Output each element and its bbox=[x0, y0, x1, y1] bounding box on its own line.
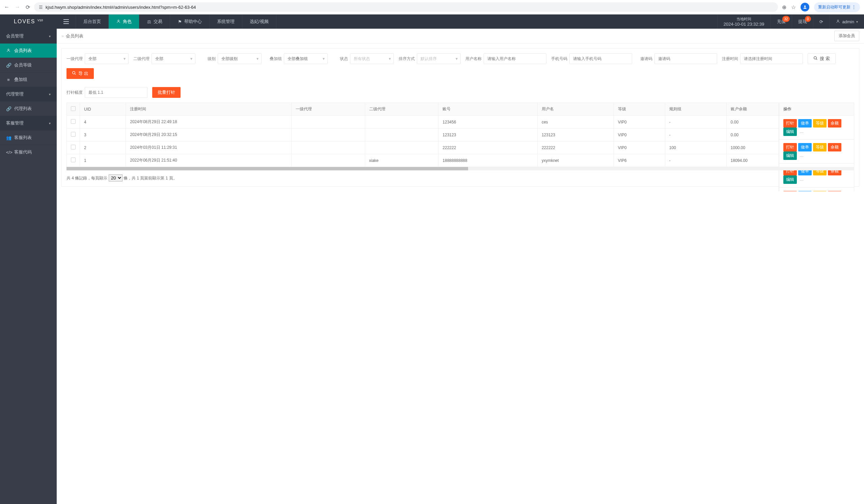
link-icon: 🔗 bbox=[6, 106, 11, 111]
row-btn-level[interactable]: 等级 bbox=[813, 119, 827, 127]
row-btn-order[interactable]: 做单 bbox=[798, 119, 812, 127]
filter-sort-select[interactable]: 默认排序 bbox=[417, 53, 461, 64]
row-checkbox[interactable] bbox=[71, 119, 75, 124]
filter-group-select[interactable]: 全部叠加组 bbox=[284, 53, 328, 64]
scrollbar-thumb[interactable] bbox=[67, 167, 468, 170]
row-btn-inject[interactable]: 打针 bbox=[783, 119, 797, 127]
profile-avatar[interactable] bbox=[801, 3, 809, 11]
cell-agent2: xiake bbox=[365, 154, 439, 167]
row-more-icon[interactable]: … bbox=[798, 129, 805, 134]
refresh-button[interactable]: ⟳ bbox=[813, 14, 829, 29]
app-header: LOVES V10 后台首页 角色 ⚖ 交易 ⚑ 帮助中心 系统管理 选妃/视频… bbox=[0, 14, 864, 29]
browser-chrome: ← → ⟳ ☰ kjsd.hwym.shop/admin/index.html#… bbox=[0, 0, 864, 14]
row-btn-level[interactable]: 等级 bbox=[813, 143, 827, 151]
browser-update-button[interactable]: 重新启动即可更新 ⋮ bbox=[814, 2, 860, 12]
nav-trade[interactable]: ⚖ 交易 bbox=[140, 14, 170, 29]
link-icon: 🔗 bbox=[6, 63, 11, 68]
chevron-down-icon: ▾ bbox=[49, 121, 51, 125]
cell-level: VIP6 bbox=[614, 154, 665, 167]
sidebar-group-member[interactable]: 会员管理▾ bbox=[0, 29, 57, 43]
row-checkbox[interactable] bbox=[71, 145, 75, 149]
svg-point-4 bbox=[814, 57, 817, 59]
row-btn-order[interactable]: 做单 bbox=[798, 191, 812, 191]
row-btn-balance[interactable]: 余额 bbox=[828, 143, 841, 151]
row-btn-edit[interactable]: 编辑 bbox=[783, 175, 797, 184]
sidebar-toggle[interactable] bbox=[57, 14, 76, 29]
sidebar-group-service[interactable]: 客服管理▾ bbox=[0, 116, 57, 130]
export-button[interactable]: 导 出 bbox=[67, 68, 94, 79]
search-button[interactable]: 搜 索 bbox=[808, 53, 836, 64]
cell-uid: 3 bbox=[80, 128, 126, 142]
cell-rulegroup: 100 bbox=[665, 142, 726, 154]
cell-username: ces bbox=[537, 116, 614, 128]
cell-agent2 bbox=[365, 142, 439, 154]
filter-agent2-select[interactable]: 全部 bbox=[152, 53, 195, 64]
cell-username: 222222 bbox=[537, 142, 614, 154]
cell-agent1 bbox=[291, 116, 365, 128]
star-icon[interactable]: ☆ bbox=[791, 4, 796, 11]
row-checkbox[interactable] bbox=[71, 132, 75, 137]
filter-range-input[interactable] bbox=[85, 87, 147, 98]
row-btn-order[interactable]: 做单 bbox=[798, 143, 812, 151]
page-size-select[interactable]: 20 bbox=[109, 174, 122, 182]
withdraw-badge: 0 bbox=[805, 16, 811, 22]
recharge-button[interactable]: 32 充值 bbox=[770, 14, 792, 29]
sidebar-item-agent-list[interactable]: 🔗 代理列表 bbox=[0, 101, 57, 116]
filter-invite-input[interactable] bbox=[655, 53, 717, 64]
batch-button[interactable]: 批量打针 bbox=[152, 87, 181, 98]
horizontal-scrollbar[interactable] bbox=[67, 167, 854, 170]
members-table: UID 注册时间 一级代理 二级代理 账号 用户名 等级 规则组 账户余额 佣金 bbox=[67, 102, 854, 167]
filter-level-select[interactable]: 全部级别 bbox=[218, 53, 262, 64]
user-menu[interactable]: admin ▾ bbox=[829, 14, 864, 29]
row-btn-edit[interactable]: 编辑 bbox=[783, 151, 797, 160]
forward-icon[interactable]: → bbox=[15, 4, 20, 10]
list-icon: ≡ bbox=[6, 77, 11, 82]
sidebar-item-member-list[interactable]: 会员列表 bbox=[0, 43, 57, 58]
cell-agent1 bbox=[291, 154, 365, 167]
row-more-icon[interactable]: … bbox=[798, 153, 805, 158]
nav-system[interactable]: 系统管理 bbox=[209, 14, 242, 29]
select-all-checkbox[interactable] bbox=[71, 106, 75, 111]
row-btn-edit[interactable]: 编辑 bbox=[783, 127, 797, 136]
cell-regtime: 2024年08月29日 20:32:15 bbox=[126, 128, 291, 142]
row-btn-inject[interactable]: 打针 bbox=[783, 143, 797, 151]
reload-icon[interactable]: ⟳ bbox=[26, 4, 30, 11]
key-icon[interactable]: ⊕ bbox=[782, 4, 787, 11]
back-icon[interactable]: ← bbox=[4, 4, 10, 10]
svg-point-1 bbox=[118, 20, 119, 21]
sidebar-item-service-list[interactable]: 👥 客服列表 bbox=[0, 130, 57, 145]
nav-video[interactable]: 选妃/视频 bbox=[242, 14, 276, 29]
nav-help[interactable]: ⚑ 帮助中心 bbox=[170, 14, 209, 29]
sidebar-group-agent[interactable]: 代理管理▾ bbox=[0, 87, 57, 101]
url-bar[interactable]: ☰ kjsd.hwym.shop/admin/index.html#/admin… bbox=[34, 2, 778, 12]
nav-home[interactable]: 后台首页 bbox=[76, 14, 109, 29]
cell-account: 18888888888 bbox=[439, 154, 538, 167]
row-more-icon[interactable]: … bbox=[798, 177, 805, 182]
page-title: 会员列表 bbox=[66, 33, 83, 39]
filter-regtime-input[interactable] bbox=[740, 53, 803, 64]
filter-username-input[interactable] bbox=[484, 53, 547, 64]
col-ops: 操作 bbox=[779, 103, 854, 116]
filter-phone-input[interactable] bbox=[569, 53, 632, 64]
cell-agent1 bbox=[291, 128, 365, 142]
filter-agent1-select[interactable]: 全部 bbox=[85, 53, 129, 64]
row-btn-balance[interactable]: 余额 bbox=[828, 119, 841, 127]
chevron-down-icon: ▾ bbox=[49, 93, 51, 96]
sidebar-item-member-level[interactable]: 🔗 会员等级 bbox=[0, 58, 57, 72]
withdraw-button[interactable]: 0 提现 bbox=[792, 14, 813, 29]
sidebar-item-member-group[interactable]: ≡ 叠加组 bbox=[0, 72, 57, 87]
nav-role[interactable]: 角色 bbox=[109, 14, 140, 29]
row-btn-balance[interactable]: 余额 bbox=[828, 191, 841, 191]
row-btn-inject[interactable]: 打针 bbox=[783, 191, 797, 191]
cell-agent2 bbox=[365, 128, 439, 142]
sidebar-item-service-code[interactable]: </> 客服代码 bbox=[0, 145, 57, 159]
site-info-icon[interactable]: ☰ bbox=[39, 5, 43, 10]
add-member-button[interactable]: 添加会员 bbox=[834, 31, 859, 41]
cell-uid: 4 bbox=[80, 116, 126, 128]
filter-status-select[interactable]: 所有状态 bbox=[350, 53, 394, 64]
chevron-down-icon: ▾ bbox=[856, 20, 858, 24]
row-btn-level[interactable]: 等级 bbox=[813, 191, 827, 191]
cell-uid: 1 bbox=[80, 154, 126, 167]
row-checkbox[interactable] bbox=[71, 158, 75, 162]
user-icon bbox=[836, 19, 840, 24]
